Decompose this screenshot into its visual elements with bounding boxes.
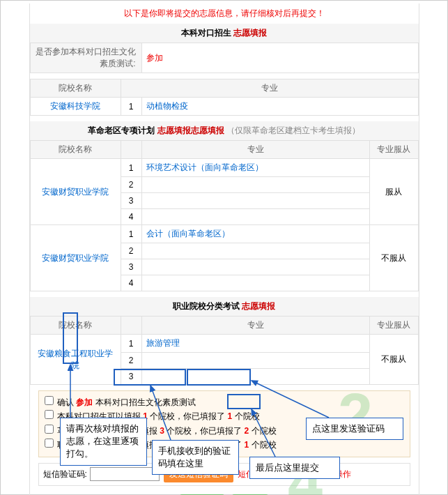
- section1-title-a: 本科对口招生: [181, 28, 231, 38]
- table-row: 安徽科技学院 1 动植物检疫: [30, 98, 418, 116]
- text: 1: [245, 440, 249, 450]
- idx-cell: 4: [121, 209, 141, 225]
- table-row: 安徽财贸职业学院 1 环境艺术设计（面向革命老区） 服从: [30, 159, 418, 177]
- major-cell: 动植物检疫: [141, 98, 418, 116]
- col-school: 院校名称: [30, 317, 121, 335]
- section2-title-b: 志愿填报志愿填报: [157, 125, 224, 135]
- text: 个院校: [252, 426, 277, 436]
- major-cell: 会计（面向革命老区）: [141, 225, 369, 243]
- participate-value: 参加: [141, 43, 418, 73]
- callout-submit: 最后点这里提交: [249, 457, 340, 479]
- confirm-checkbox-4[interactable]: [45, 439, 54, 448]
- table-row: 安徽粮食工程职业学院 1 旅游管理 不服从: [30, 335, 418, 353]
- callout-send-sms: 点这里发送验证码: [306, 418, 403, 440]
- callout-sms-input: 手机接收到的验证码填在这里: [152, 440, 239, 475]
- idx-cell: 2: [121, 177, 141, 193]
- school-cell: 安徽粮食工程职业学院: [30, 335, 121, 385]
- col-obey: 专业服从: [369, 141, 418, 159]
- col-major: 专业: [121, 79, 418, 98]
- school-cell: 安徽财贸职业学院: [30, 159, 121, 225]
- idx-cell: 1: [121, 225, 141, 243]
- section2-title: 革命老区专项计划 志愿填报志愿填报 （仅限革命老区建档立卡考生填报）: [30, 121, 419, 140]
- summary-line-1: 确认 参加 本科对口招生文化素质测试: [45, 395, 404, 409]
- sms-label: 短信验证码:: [43, 469, 87, 480]
- confirm-checkbox-2[interactable]: [45, 410, 54, 419]
- callout-confirm-check: 请再次核对填报的志愿，在这里逐项打勾。: [60, 418, 147, 466]
- section1-table: 院校名称 专业 安徽科技学院 1 动植物检疫: [30, 79, 419, 116]
- major-cell: 旅游管理: [141, 335, 369, 353]
- text: 3: [160, 426, 164, 436]
- text: 确认: [57, 397, 74, 407]
- text: 1: [228, 411, 233, 421]
- section3-table: 院校名称 专业 专业服从 安徽粮食工程职业学院 1 旅游管理 不服从 2 3: [30, 316, 419, 385]
- idx-cell: 1: [121, 335, 141, 353]
- text: 2: [245, 426, 249, 436]
- col-obey: 专业服从: [369, 317, 418, 335]
- col-major: 专业: [141, 141, 369, 159]
- col-major: 专业: [141, 317, 369, 335]
- text: 个院校: [252, 440, 277, 450]
- idx-cell: 2: [121, 243, 141, 259]
- idx-cell: 1: [121, 98, 141, 116]
- section3-title: 职业院校分类考试 志愿填报: [30, 297, 419, 316]
- sms-code-input[interactable]: [90, 467, 160, 481]
- section2-note: （仅限革命老区建档立卡考生填报）: [226, 125, 360, 135]
- obey-cell: 服从: [369, 159, 418, 225]
- idx-cell: 3: [121, 193, 141, 209]
- text: 个院校，你已填报了: [167, 426, 242, 436]
- section1-participate-table: 是否参加本科对口招生文化素质测试: 参加: [30, 43, 419, 73]
- idx-cell: 2: [121, 353, 141, 369]
- idx-cell: 3: [121, 369, 141, 385]
- section3-title-a: 职业院校分类考试: [173, 301, 240, 311]
- col-school: 院校名称: [30, 79, 121, 98]
- major-cell: 环境艺术设计（面向革命老区）: [141, 159, 369, 177]
- idx-cell: 1: [121, 159, 141, 177]
- obey-cell: 不服从: [369, 225, 418, 291]
- section2-title-a: 革命老区专项计划: [88, 125, 155, 135]
- section1-title: 本科对口招生 志愿填报: [30, 24, 419, 43]
- school-cell: 安徽财贸职业学院: [30, 225, 121, 291]
- idx-cell: 4: [121, 275, 141, 291]
- school-cell: 安徽科技学院: [30, 98, 121, 116]
- section2-table: 院校名称 专业 专业服从 安徽财贸职业学院 1 环境艺术设计（面向革命老区） 服…: [30, 140, 419, 291]
- idx-cell: 3: [121, 259, 141, 275]
- top-warning: 以下是你即将提交的志愿信息，请仔细核对后再提交！: [30, 3, 419, 24]
- text: 本科对口招生文化素质测试: [95, 397, 196, 407]
- confirm-checkbox-3[interactable]: [45, 425, 54, 434]
- text: 个院校，你已填报了: [150, 411, 225, 421]
- obey-cell: 不服从: [369, 335, 418, 385]
- section3-title-b: 志愿填报: [242, 301, 275, 311]
- participate-label: 是否参加本科对口招生文化素质测试:: [30, 43, 141, 73]
- section1-title-b: 志愿填报: [233, 28, 267, 38]
- text: 参加: [76, 397, 93, 407]
- text: 个院校: [235, 411, 260, 421]
- confirm-checkbox-1[interactable]: [45, 396, 54, 405]
- col-school: 院校名称: [30, 141, 121, 159]
- table-row: 安徽财贸职业学院 1 会计（面向革命老区） 不服从: [30, 225, 418, 243]
